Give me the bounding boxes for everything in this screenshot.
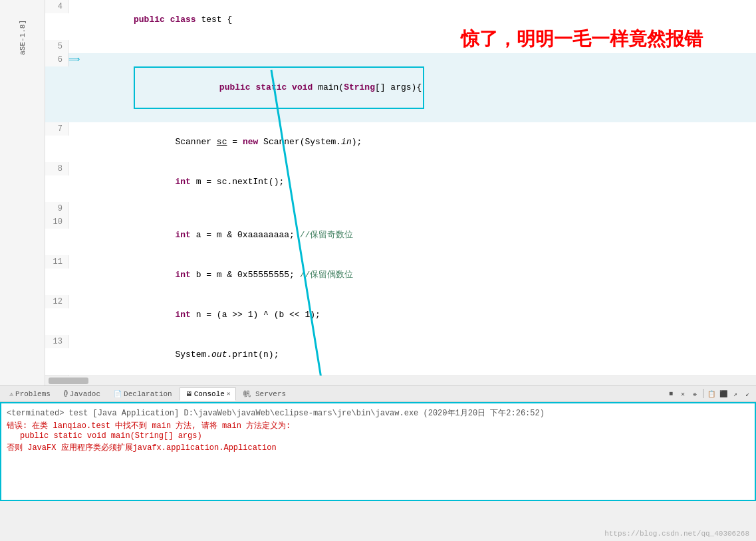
line-code-11: int b = m & 0x55555555; //保留偶数位 (79, 255, 756, 295)
code-line-6: 6 ⟹ public static void main(String[] arg… (45, 53, 756, 122)
annotation-text: 惊了，明明一毛一样竟然报错 (461, 27, 703, 52)
sidebar: aSE-1.8] (0, 0, 45, 385)
line-number-12: 12 (45, 295, 68, 308)
tab-actions: ■ ✕ ❋ 📋 ⬛ ↗ ↙ (666, 389, 753, 399)
code-line-7: 7 Scanner sc = new Scanner(System.in); (45, 122, 756, 162)
action-expand1[interactable]: ⬛ (718, 389, 729, 399)
line-number-11: 11 (45, 255, 68, 269)
line-number-13: 13 (45, 335, 68, 348)
console-error-line1: 错误: 在类 lanqiao.test 中找不到 main 方法, 请将 mai… (7, 420, 749, 431)
console-terminated-line: <terminated> test [Java Application] D:\… (7, 407, 749, 419)
line-code-6: public static void main(String[] args){ (79, 53, 756, 122)
code-line-12: 12 int n = (a >> 1) ^ (b << 1); (45, 295, 756, 335)
line-code-8: int m = sc.nextInt(); (79, 162, 756, 202)
code-line-9: 9 (45, 202, 756, 215)
console-close-x[interactable]: ✕ (227, 390, 230, 397)
line-code-10: int a = m & 0xaaaaaaaa; //保留奇数位 (79, 215, 756, 255)
console-content: <terminated> test [Java Application] D:\… (1, 403, 755, 457)
tab-javadoc[interactable]: @ Javadoc (58, 387, 106, 401)
line-code-12: int n = (a >> 1) ^ (b << 1); (79, 295, 756, 335)
editor-scrollbar[interactable] (45, 376, 756, 385)
action-expand2[interactable]: ↗ (730, 389, 741, 399)
code-line-10: 10 int a = m & 0xaaaaaaaa; //保留奇数位 (45, 215, 756, 255)
action-minimize[interactable]: ■ (666, 389, 676, 399)
line-number-4: 4 (45, 0, 68, 13)
tab-console[interactable]: 🖥 Console ✕ (180, 387, 237, 401)
console-error-line2: public static void main(String[] args) (7, 431, 749, 441)
action-separator (703, 389, 703, 398)
code-content: 4 public class test { 5 6 ⟹ public stati… (45, 0, 756, 385)
action-close[interactable]: ✕ (678, 389, 688, 399)
console-area: <terminated> test [Java Application] D:\… (0, 402, 756, 501)
tab-problems[interactable]: ⚠ Problems (3, 387, 57, 401)
line-arrow-6: ⟹ (68, 53, 79, 66)
line-number-10: 10 (45, 215, 68, 229)
code-line-8: 8 int m = sc.nextInt(); (45, 162, 756, 202)
action-copy[interactable]: 📋 (706, 389, 717, 399)
declaration-icon: 📄 (114, 390, 122, 398)
tab-console-label: Console (194, 390, 225, 398)
line-number-9: 9 (45, 202, 68, 215)
tab-servers[interactable]: 帆 Servers (237, 386, 292, 401)
line-number-7: 7 (45, 122, 68, 136)
scrollbar-thumb[interactable] (49, 378, 88, 384)
line-number-8: 8 (45, 162, 68, 175)
code-line-13: 13 System.out.print(n); (45, 335, 756, 375)
line-code-7: Scanner sc = new Scanner(System.in); (79, 122, 756, 162)
tab-javadoc-label: Javadoc (70, 390, 100, 398)
bottom-tabs: ⚠ Problems @ Javadoc 📄 Declaration 🖥 Con… (0, 385, 756, 402)
tab-declaration-label: Declaration (124, 390, 172, 398)
code-line-11: 11 int b = m & 0x55555555; //保留偶数位 (45, 255, 756, 295)
main-container: aSE-1.8] 4 public class test { 5 6 ⟹ (0, 0, 756, 541)
console-error-line3: 否则 JavaFX 应用程序类必须扩展javafx.application.Ap… (7, 442, 749, 453)
line-code-13: System.out.print(n); (79, 335, 756, 375)
action-expand3[interactable]: ↙ (742, 389, 753, 399)
action-menu[interactable]: ❋ (690, 389, 700, 399)
editor-area[interactable]: 4 public class test { 5 6 ⟹ public stati… (45, 0, 756, 385)
console-icon: 🖥 (186, 390, 192, 398)
tab-problems-label: Problems (15, 390, 51, 398)
watermark: https://blog.csdn.net/qq_40306268 (604, 530, 749, 538)
line-number-5: 5 (45, 40, 68, 53)
tab-servers-label: 帆 Servers (243, 389, 286, 399)
problems-icon: ⚠ (9, 390, 13, 398)
sidebar-label: aSE-1.8] (19, 20, 27, 55)
javadoc-icon: @ (64, 390, 68, 397)
tab-declaration[interactable]: 📄 Declaration (108, 387, 178, 401)
line-number-6: 6 (45, 53, 68, 66)
